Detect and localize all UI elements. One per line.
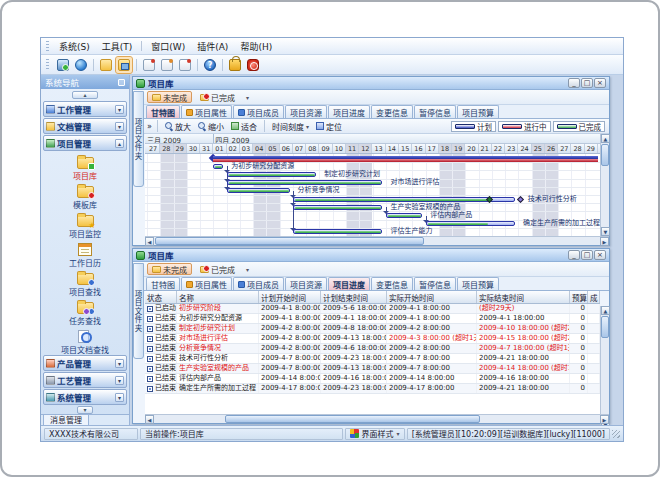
scroll-left-icon[interactable]: ◀ <box>145 415 154 424</box>
help-button[interactable]: ? <box>202 57 218 73</box>
mail-new-button[interactable] <box>141 57 157 73</box>
sidebar-group-系统管理[interactable]: 系统管理▾ <box>43 389 127 405</box>
folder-button[interactable] <box>98 57 114 73</box>
gantt-close-button[interactable]: × <box>594 78 606 88</box>
tab-项目资源[interactable]: 项目资源 <box>285 277 327 290</box>
table-window-titlebar[interactable]: 项目库 _□× <box>133 249 609 262</box>
tab-甘特图[interactable]: 甘特图 <box>146 105 180 118</box>
tab-项目属性[interactable]: 项目属性 <box>181 277 232 290</box>
sidebar-item-模板库[interactable]: 模板库 <box>41 182 129 211</box>
stop-button[interactable] <box>245 57 261 73</box>
chevron-down-icon[interactable]: ▾ <box>115 105 124 114</box>
table-restore-button[interactable]: □ <box>581 250 593 260</box>
chevron-down-icon[interactable]: ▾ <box>115 122 124 131</box>
tab-项目进度[interactable]: 项目进度 <box>328 277 370 290</box>
filter-已完成[interactable]: 已完成 <box>195 91 240 103</box>
fit-button[interactable]: 适合 <box>229 121 259 132</box>
scroll-right-icon[interactable]: ▶ <box>600 415 609 424</box>
tab-项目成员[interactable]: 项目成员 <box>233 105 284 118</box>
tab-变更信息[interactable]: 变更信息 <box>371 277 413 290</box>
table-close-button[interactable]: × <box>594 250 606 260</box>
column-header-实际开始时间[interactable]: 实际开始时间 <box>387 291 477 303</box>
filter-dropdown-icon[interactable]: ▾ <box>243 266 252 273</box>
scroll-thumb[interactable] <box>225 415 480 423</box>
interface-style-button[interactable]: 界面样式 ▾ <box>345 428 405 440</box>
chevron-down-icon[interactable]: ▾ <box>115 376 124 385</box>
chevron-down-icon[interactable]: ▾ <box>115 393 124 402</box>
menu-item-3[interactable]: 窗口(W) <box>145 39 191 54</box>
task-bar-对市场进行评估[interactable] <box>227 180 383 185</box>
task-bar-生产实验室规模的产品[interactable] <box>293 205 383 210</box>
table-row[interactable]: 已结束评估内部产品2009-4-14 8:00:002009-4-16 18:0… <box>145 374 600 384</box>
task-bar-评估生产能力[interactable] <box>293 229 383 234</box>
task-bar-评估内部产品[interactable] <box>386 213 422 218</box>
scroll-up-icon[interactable]: ▲ <box>601 306 610 315</box>
scroll-thumb[interactable] <box>155 237 424 245</box>
table-row[interactable]: 已启动初步研究阶段2009-4-1 8:00:002009-5-6 18:00:… <box>145 304 600 314</box>
sidebar-group-产品管理[interactable]: 产品管理▾ <box>43 355 127 371</box>
task-bar-确定生产所需的加工过程[interactable] <box>426 221 516 226</box>
tab-暂停信息[interactable]: 暂停信息 <box>414 277 456 290</box>
toolbar-more-button[interactable]: » <box>147 122 152 131</box>
column-header-计划结束时间[interactable]: 计划结束时间 <box>321 291 387 303</box>
sidebar-group-项目管理[interactable]: 项目管理▴ <box>43 135 127 151</box>
column-header-成[interactable]: 成 <box>588 291 600 303</box>
project-folder-side-tab[interactable]: 项目文件夹 <box>133 263 144 359</box>
scroll-thumb[interactable] <box>601 316 609 338</box>
scroll-up-icon[interactable]: ▲ <box>601 134 610 143</box>
gantt-window-titlebar[interactable]: 项目库 _□× <box>133 77 609 90</box>
mail-open-button[interactable] <box>159 57 175 73</box>
menu-item-2[interactable]: 工具(T) <box>96 39 139 54</box>
column-header-状态[interactable]: 状态 <box>145 291 177 303</box>
table-row[interactable]: 已结束生产实验室规模的产品2009-4-7 8:00:002009-4-13 1… <box>145 364 600 374</box>
table-vertical-scrollbar[interactable]: ▲▼ <box>600 306 609 429</box>
table-row[interactable]: 已结束分析竞争情况2009-4-2 8:00:002009-4-6 18:00:… <box>145 344 600 354</box>
timescale-button[interactable]: 时间刻度▾ <box>270 121 311 132</box>
pushpin-icon[interactable] <box>118 79 125 86</box>
sidebar-item-项目库[interactable]: 项目库 <box>41 153 129 182</box>
filter-dropdown-icon[interactable]: ▾ <box>243 94 252 101</box>
sidebar-item-项目文档查找[interactable]: 项目文档查找 <box>41 327 129 354</box>
scroll-thumb[interactable] <box>601 144 609 166</box>
column-header-实际结束时间[interactable]: 实际结束时间 <box>477 291 570 303</box>
sidebar-item-项目监控[interactable]: ★项目监控 <box>41 211 129 240</box>
task-bar-分析竞争情况[interactable] <box>227 188 290 193</box>
menu-item-4[interactable]: 插件(A) <box>191 39 234 54</box>
tab-项目成员[interactable]: 项目成员 <box>233 277 284 290</box>
collapse-button[interactable]: ▴ <box>72 91 98 99</box>
tab-项目预算[interactable]: 项目预算 <box>457 277 499 290</box>
tab-项目属性[interactable]: 项目属性 <box>181 105 232 118</box>
task-bar-技术可行性分析[interactable] <box>293 197 515 202</box>
sidebar-more-button[interactable]: ▾ <box>77 406 93 414</box>
task-bar-为初步研究分配资源[interactable] <box>213 164 223 169</box>
filter-已完成[interactable]: 已完成 <box>195 263 240 275</box>
table-minimize-button[interactable]: _ <box>568 250 580 260</box>
scroll-down-icon[interactable]: ▼ <box>601 227 610 236</box>
sidebar-item-工作日历[interactable]: 工作日历 <box>41 240 129 269</box>
gantt-vertical-scrollbar[interactable]: ▲▼ <box>600 134 609 236</box>
table-horizontal-scrollbar[interactable]: ◀▶ <box>145 414 609 423</box>
lock-button[interactable] <box>227 57 243 73</box>
tab-项目资源[interactable]: 项目资源 <box>285 105 327 118</box>
table-row[interactable]: 已结束对市场进行评估2009-4-2 8:00:002009-4-13 18:0… <box>145 334 600 344</box>
table-row[interactable]: 已结束技术可行性分析2009-4-7 8:00:002009-4-23 18:0… <box>145 354 600 364</box>
chevron-down-icon[interactable]: ▾ <box>115 359 124 368</box>
sidebar-group-文档管理[interactable]: 文档管理▾ <box>43 118 127 134</box>
tab-暂停信息[interactable]: 暂停信息 <box>414 105 456 118</box>
column-header-预算[interactable]: 预算 <box>570 291 588 303</box>
folder-window-button[interactable] <box>116 57 132 73</box>
filter-未完成[interactable]: 未完成 <box>147 263 192 275</box>
scroll-right-icon[interactable]: ▶ <box>600 237 609 246</box>
gantt-minimize-button[interactable]: _ <box>568 78 580 88</box>
globe-button[interactable] <box>73 57 89 73</box>
task-bar-制定初步研究计划[interactable] <box>227 172 317 177</box>
table-row[interactable]: 已结束制定初步研究计划2009-4-2 8:00:002009-4-8 18:0… <box>145 324 600 334</box>
menu-item-1[interactable]: 系统(S) <box>53 39 96 54</box>
tab-变更信息[interactable]: 变更信息 <box>371 105 413 118</box>
project-folder-side-tab[interactable]: 项目文件夹 <box>133 91 144 187</box>
tab-项目预算[interactable]: 项目预算 <box>457 105 499 118</box>
gantt-restore-button[interactable]: □ <box>581 78 593 88</box>
gantt-horizontal-scrollbar[interactable]: ◀▶ <box>145 236 609 245</box>
scroll-left-icon[interactable]: ◀ <box>145 237 154 246</box>
table-row[interactable]: 已结束确定生产所需的加工过程2009-4-17 8:00:002009-4-23… <box>145 384 600 394</box>
